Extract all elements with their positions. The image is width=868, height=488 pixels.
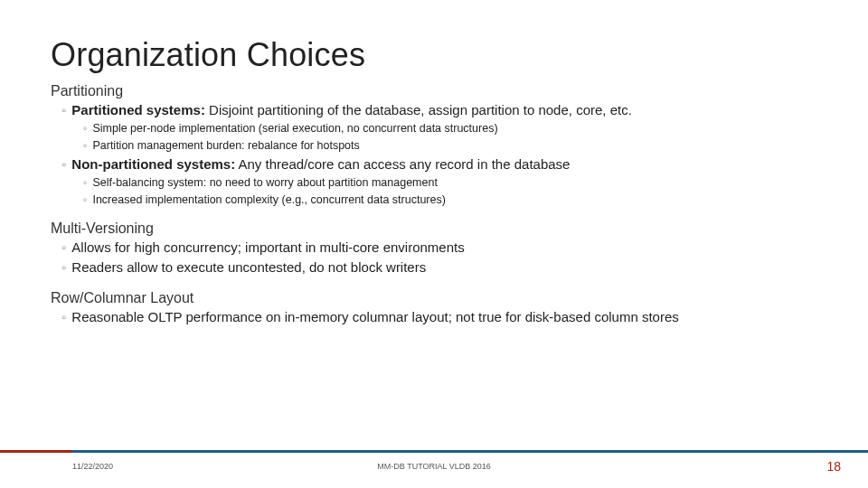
bullet-text: Non-partitioned systems: Any thread/core… — [71, 155, 570, 174]
bullet-marker: ◦ — [83, 175, 87, 191]
bullet-marker: ◦ — [83, 192, 87, 208]
bullet-lead: Non-partitioned systems: — [71, 156, 235, 172]
slide-footer: 11/22/2020 MM-DB TUTORIAL VLDB 2016 18 — [0, 450, 868, 475]
bullet-marker: ◦ — [61, 239, 66, 257]
slide-title: Organization Choices — [51, 36, 817, 74]
bullet: ◦ Allows for high concurrency; important… — [61, 239, 817, 257]
bullet: ◦ Readers allow to execute uncontested, … — [61, 258, 817, 277]
bullet-rest: Any thread/core can access any record in… — [235, 156, 570, 172]
bullet-text: Simple per-node implementation (serial e… — [92, 121, 497, 136]
bullet-partitioned-systems: ◦ Partitioned systems: Disjoint partitio… — [61, 101, 817, 119]
bullet-marker: ◦ — [83, 138, 87, 154]
bullet-marker: ◦ — [83, 121, 87, 136]
bullet: ◦ Reasonable OLTP performance on in-memo… — [61, 308, 817, 326]
bullet-rest: Disjoint partitioning of the database, a… — [205, 102, 632, 117]
bullet-text: Partitioned systems: Disjoint partitioni… — [71, 101, 632, 119]
footer-page-number: 18 — [826, 459, 841, 474]
slide: Organization Choices Partitioning ◦ Part… — [0, 0, 868, 488]
bullet-text: Allows for high concurrency; important i… — [71, 239, 464, 257]
bullet-marker: ◦ — [61, 258, 66, 277]
bullet-text: Self-balancing system: no need to worry … — [92, 175, 437, 191]
subbullet: ◦ Simple per-node implementation (serial… — [83, 121, 817, 136]
footer-center: MM-DB TUTORIAL VLDB 2016 — [377, 462, 490, 471]
bullet-text: Reasonable OLTP performance on in-memory… — [71, 308, 678, 326]
section-partitioning-head: Partitioning — [51, 83, 817, 99]
footer-date: 11/22/2020 — [72, 462, 113, 471]
subbullet: ◦ Increased implementation complexity (e… — [83, 192, 817, 208]
bullet-marker: ◦ — [61, 308, 66, 326]
bullet-text: Readers allow to execute uncontested, do… — [71, 258, 426, 277]
bullet-lead: Partitioned systems: — [71, 102, 205, 117]
bullet-nonpartitioned-systems: ◦ Non-partitioned systems: Any thread/co… — [61, 155, 817, 174]
subbullet: ◦ Self-balancing system: no need to worr… — [83, 175, 817, 191]
bullet-text: Increased implementation complexity (e.g… — [92, 192, 445, 208]
bullet-marker: ◦ — [61, 155, 66, 174]
section-layout-head: Row/Columnar Layout — [51, 290, 817, 306]
subbullet: ◦ Partition management burden: rebalance… — [83, 138, 817, 154]
bullet-text: Partition management burden: rebalance f… — [92, 138, 359, 154]
bullet-marker: ◦ — [61, 101, 66, 119]
section-multiversioning-head: Multi-Versioning — [51, 221, 817, 237]
